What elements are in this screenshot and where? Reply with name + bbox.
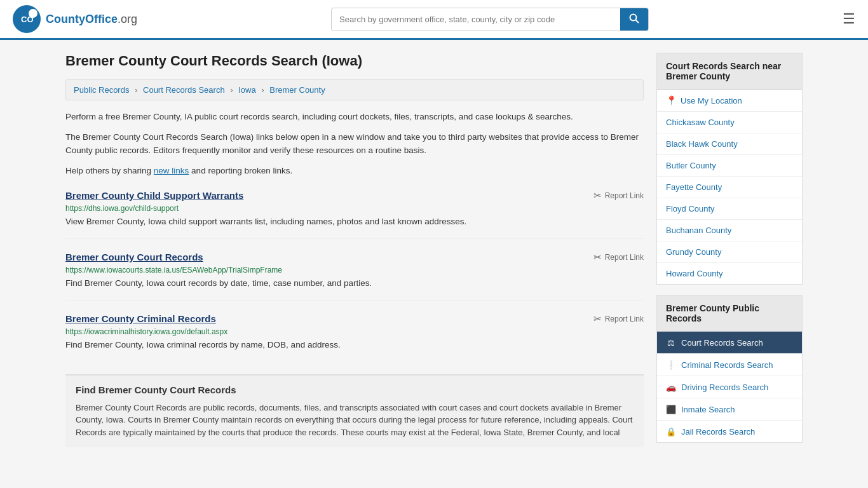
nearby-county-item: Floyd County [657,198,802,220]
pub-rec-label-0: Court Records Search [681,338,763,348]
results-container: Bremer County Child Support Warrants ✂ R… [65,190,644,362]
nearby-county-item: Grundy County [657,241,802,263]
new-links-link[interactable]: new links [154,166,189,175]
page-container: Bremer County Court Records Search (Iowa… [53,40,815,466]
nearby-county-item: Butler County [657,155,802,177]
sidebar: Court Records Search near Bremer County … [656,53,803,453]
description-1: Perform a free Bremer County, IA public … [65,111,644,123]
pub-rec-item: ⚖ Court Records Search [657,332,802,354]
pub-rec-icon-3: ⬛ [666,404,676,414]
description-2: The Bremer County Court Records Search (… [65,131,644,157]
search-bar [331,8,649,31]
logo-area: CO CountyOffice.org [13,5,137,33]
report-link-label-1: Report Link [605,253,644,262]
pub-rec-link-2[interactable]: 🚗 Driving Records Search [657,376,802,398]
site-header: CO CountyOffice.org ☰ [0,0,868,40]
svg-text:CO: CO [21,15,34,24]
nearby-county-link-7[interactable]: Howard County [657,263,802,284]
nearby-section: Court Records Search near Bremer County … [656,53,803,285]
result-item: Bremer County Child Support Warrants ✂ R… [65,190,644,239]
use-location-link[interactable]: Use My Location [681,96,742,105]
report-link-0[interactable]: ✂ Report Link [593,190,644,201]
description-3: Help others by sharing new links and rep… [65,165,644,177]
result-url-2: https://iowacriminalhistory.iowa.gov/def… [65,327,644,336]
report-link-label-0: Report Link [605,191,644,200]
pub-rec-icon-4: 🔒 [666,426,676,437]
pub-rec-item: ❕ Criminal Records Search [657,354,802,376]
location-pin-icon: 📍 [666,95,677,105]
pub-rec-icon-0: ⚖ [666,337,676,348]
search-input[interactable] [332,10,620,29]
result-header-0: Bremer County Child Support Warrants ✂ R… [65,190,644,201]
nearby-list: Chickasaw CountyBlack Hawk CountyButler … [657,112,802,284]
pub-rec-icon-2: 🚗 [666,382,676,392]
report-link-1[interactable]: ✂ Report Link [593,252,644,263]
use-location: 📍 Use My Location [657,90,802,112]
svg-point-4 [630,14,637,20]
pub-rec-link-4[interactable]: 🔒 Jail Records Search [657,421,802,442]
report-link-label-2: Report Link [605,315,644,323]
result-desc-2: Find Bremer County, Iowa criminal record… [65,339,644,351]
breadcrumb-iowa[interactable]: Iowa [238,85,255,95]
public-records-header: Bremer County Public Records [657,295,802,332]
result-url-1: https://www.iowacourts.state.ia.us/ESAWe… [65,266,644,274]
pub-rec-item: 🔒 Jail Records Search [657,421,802,442]
pub-rec-label-1: Criminal Records Search [681,360,773,370]
nearby-county-link-4[interactable]: Floyd County [657,198,802,219]
breadcrumb-bremer[interactable]: Bremer County [269,85,325,95]
result-url-0: https://dhs.iowa.gov/child-support [65,204,644,213]
find-section-title: Find Bremer County Court Records [76,384,634,395]
nearby-county-item: Fayette County [657,177,802,198]
public-records-list: ⚖ Court Records Search ❕ Criminal Record… [657,332,802,442]
nearby-county-link-0[interactable]: Chickasaw County [657,112,802,133]
nearby-county-link-6[interactable]: Grundy County [657,241,802,262]
page-title: Bremer County Court Records Search (Iowa… [65,53,644,69]
report-link-icon-0: ✂ [593,190,602,201]
logo-icon: CO [13,5,41,33]
breadcrumb: Public Records › Court Records Search › … [65,79,644,100]
result-title-2[interactable]: Bremer County Criminal Records [65,313,216,324]
report-link-2[interactable]: ✂ Report Link [593,313,644,325]
pub-rec-item: 🚗 Driving Records Search [657,376,802,398]
result-desc-1: Find Bremer County, Iowa court records b… [65,278,644,290]
pub-rec-link-0[interactable]: ⚖ Court Records Search [657,332,802,353]
result-header-1: Bremer County Court Records ✂ Report Lin… [65,252,644,263]
pub-rec-label-4: Jail Records Search [681,427,755,437]
result-desc-0: View Bremer County, Iowa child support w… [65,216,644,228]
nearby-header: Court Records Search near Bremer County [657,53,802,90]
pub-rec-label-2: Driving Records Search [681,383,768,392]
pub-rec-link-3[interactable]: ⬛ Inmate Search [657,398,802,420]
nearby-county-link-2[interactable]: Butler County [657,155,802,176]
public-records-section: Bremer County Public Records ⚖ Court Rec… [656,295,803,443]
breadcrumb-court-records[interactable]: Court Records Search [143,85,225,95]
nearby-county-link-3[interactable]: Fayette County [657,177,802,198]
result-header-2: Bremer County Criminal Records ✂ Report … [65,313,644,325]
nearby-county-link-1[interactable]: Black Hawk County [657,133,802,154]
pub-rec-label-3: Inmate Search [681,405,735,414]
pub-rec-item: ⬛ Inmate Search [657,398,802,421]
svg-line-5 [636,20,639,23]
report-link-icon-2: ✂ [593,313,602,325]
report-link-icon-1: ✂ [593,252,602,263]
nearby-county-item: Chickasaw County [657,112,802,133]
svg-point-3 [31,13,34,17]
nearby-county-item: Buchanan County [657,220,802,241]
nearby-county-item: Howard County [657,263,802,284]
find-section: Find Bremer County Court Records Bremer … [65,374,644,448]
result-title-1[interactable]: Bremer County Court Records [65,252,203,262]
pub-rec-icon-1: ❕ [666,360,676,370]
search-button[interactable] [620,8,648,30]
pub-rec-link-1[interactable]: ❕ Criminal Records Search [657,354,802,376]
result-item: Bremer County Criminal Records ✂ Report … [65,313,644,362]
main-content: Bremer County Court Records Search (Iowa… [65,53,644,453]
result-item: Bremer County Court Records ✂ Report Lin… [65,252,644,301]
hamburger-menu[interactable]: ☰ [843,11,855,27]
logo-text: CountyOffice.org [46,13,137,26]
result-title-0[interactable]: Bremer County Child Support Warrants [65,190,243,201]
find-section-text: Bremer County Court Records are public r… [76,402,634,439]
nearby-county-item: Black Hawk County [657,133,802,155]
breadcrumb-public-records[interactable]: Public Records [74,85,129,95]
svg-point-2 [29,12,34,17]
nearby-county-link-5[interactable]: Buchanan County [657,220,802,241]
